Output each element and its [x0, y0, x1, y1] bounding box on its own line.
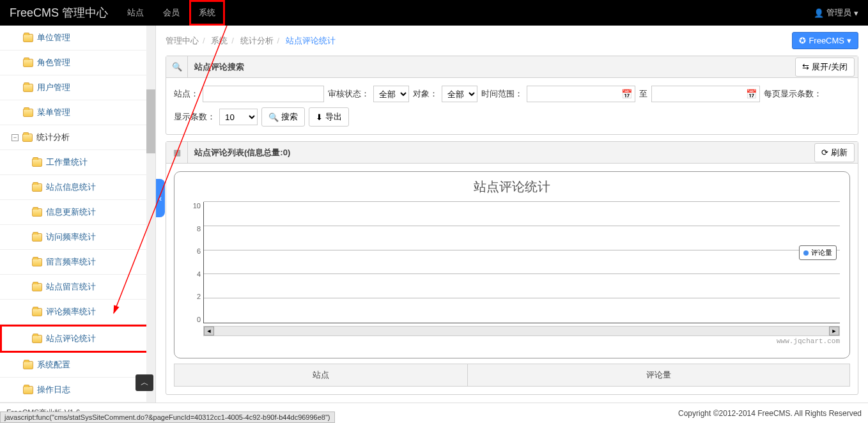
user-label: 管理员 [826, 7, 851, 19]
folder-icon [32, 208, 42, 217]
label-perpage: 每页显示条数： [764, 88, 822, 100]
calendar-icon: 📅 [746, 89, 757, 99]
folder-icon [23, 59, 33, 67]
scrollbar-right[interactable]: ► [829, 327, 839, 335]
sidebar-item-10[interactable]: 站点留言统计 [0, 275, 155, 300]
folder-icon [23, 361, 33, 369]
crumb-3: 站点评论统计 [286, 36, 336, 45]
th-count: 评论量 [468, 364, 850, 387]
caret-down-icon: ▾ [854, 8, 858, 18]
sidebar-item-5[interactable]: 工作量统计 [0, 150, 155, 175]
chart-scrollbar[interactable]: ◄ ► [203, 326, 840, 336]
download-icon: ⬇ [316, 112, 323, 122]
sidebar-item-0[interactable]: 单位管理 [0, 26, 155, 50]
sidebar-item-14[interactable]: 操作日志 [0, 378, 155, 403]
sidebar-item-label: 角色管理 [37, 57, 70, 68]
user-icon: 👤 [814, 8, 824, 18]
folder-icon [23, 34, 33, 42]
label-time: 时间范围： [481, 88, 523, 100]
crumb-1[interactable]: 系统 [211, 36, 228, 45]
folder-icon [32, 283, 42, 291]
th-site: 站点 [174, 364, 468, 387]
nav-site[interactable]: 站点 [118, 0, 153, 26]
list-panel-title: 站点评论列表(信息总量:0) [188, 147, 814, 158]
chart-title: 站点评论统计 [184, 178, 840, 196]
scrollbar-left[interactable]: ◄ [204, 327, 214, 335]
caret-down-icon: ▾ [847, 36, 851, 45]
site-input[interactable] [203, 86, 324, 102]
sidebar-item-label: 菜单管理 [37, 107, 70, 118]
legend-marker [803, 250, 809, 256]
folder-icon [32, 158, 42, 167]
search-icon: 🔍 [166, 56, 188, 77]
sidebar-item-label: 工作量统计 [46, 157, 88, 168]
sidebar-item-label: 单位管理 [37, 32, 70, 43]
calendar-icon: 📅 [621, 89, 632, 99]
folder-icon [22, 134, 33, 142]
sidebar-item-6[interactable]: 站点信息统计 [0, 175, 155, 200]
sidebar-item-label: 访问频率统计 [46, 231, 96, 243]
toggle-panel-button[interactable]: ⇆ 展开/关闭 [795, 58, 855, 77]
list-panel: ▦ 站点评论列表(信息总量:0) ⟳ 刷新 站点评论统计 1086420 评 [166, 141, 858, 395]
legend: 评论量 [799, 245, 837, 260]
legend-label: 评论量 [811, 248, 832, 258]
sidebar-item-label: 系统配置 [37, 359, 70, 371]
toggle-icon: ⇆ [802, 62, 809, 72]
nav-member[interactable]: 会员 [153, 0, 189, 26]
freecms-button[interactable]: ✪ FreeCMS ▾ [792, 32, 858, 49]
date-from-input[interactable]: 📅 [527, 86, 635, 102]
sidebar-item-8[interactable]: 访问频率统计 [0, 225, 155, 250]
tree-toggle-icon[interactable]: − [12, 134, 19, 141]
search-panel: 🔍 站点评论搜索 ⇆ 展开/关闭 站点： 审核状态： 全部 对象： 全部 时间范… [166, 56, 858, 135]
crumb-0[interactable]: 管理中心 [166, 36, 199, 45]
sidebar-item-2[interactable]: 用户管理 [0, 75, 155, 100]
folder-icon [23, 84, 33, 92]
status-bar: javascript:func("cms/statSysSiteComment.… [0, 411, 335, 423]
footer-right: Copyright ©2012-2014 FreeCMS. All Rights… [678, 409, 862, 418]
scroll-top-button[interactable]: ︿ [136, 374, 153, 391]
sidebar-scrollbar[interactable] [146, 26, 155, 403]
sidebar-item-11[interactable]: 评论频率统计 [0, 300, 155, 325]
sidebar-item-label: 统计分析 [36, 132, 70, 143]
plot-area [203, 202, 840, 323]
content-area: 管理中心/ 系统/ 统计分析/ 站点评论统计 ✪ FreeCMS ▾ 🔍 站点评… [156, 26, 868, 403]
top-navbar: FreeCMS 管理中心 站点 会员 系统 👤 管理员 ▾ [0, 0, 868, 26]
folder-icon [32, 183, 42, 192]
sidebar-item-label: 信息更新统计 [46, 206, 96, 218]
sidebar-item-label: 评论频率统计 [46, 306, 96, 318]
label-to: 至 [639, 88, 647, 100]
sidebar-item-label: 留言频率统计 [46, 256, 96, 268]
target-select[interactable]: 全部 [442, 86, 477, 102]
label-perpage2: 显示条数： [174, 111, 215, 123]
brand: FreeCMS 管理中心 [10, 5, 108, 20]
chart: 站点评论统计 1086420 评论量 ◄ ► www.jqchart.com [174, 171, 850, 358]
globe-icon: ✪ [799, 36, 806, 45]
sidebar-item-1[interactable]: 角色管理 [0, 50, 155, 75]
label-audit: 审核状态： [328, 88, 369, 100]
search-button[interactable]: 🔍搜索 [261, 107, 305, 127]
refresh-button[interactable]: ⟳ 刷新 [814, 143, 855, 162]
sidebar-item-7[interactable]: 信息更新统计 [0, 200, 155, 225]
sidebar-item-4[interactable]: −统计分析 [0, 125, 155, 150]
nav-system[interactable]: 系统 [189, 0, 225, 26]
sidebar-item-9[interactable]: 留言频率统计 [0, 250, 155, 275]
sidebar-item-13[interactable]: 系统配置 [0, 353, 155, 378]
sidebar-item-3[interactable]: 菜单管理 [0, 100, 155, 125]
data-table: 站点 评论量 [174, 364, 850, 387]
label-site: 站点： [174, 88, 199, 100]
user-menu[interactable]: 👤 管理员 ▾ [814, 7, 858, 19]
date-to-input[interactable]: 📅 [651, 86, 760, 102]
folder-icon [23, 386, 33, 394]
chevron-up-icon: ︿ [141, 377, 149, 388]
sidebar-item-label: 站点信息统计 [46, 181, 96, 193]
audit-select[interactable]: 全部 [373, 86, 409, 102]
sidebar-item-12[interactable]: 站点评论统计 [0, 325, 155, 353]
refresh-icon: ⟳ [821, 148, 828, 157]
export-button[interactable]: ⬇导出 [309, 107, 349, 127]
crumb-2[interactable]: 统计分析 [240, 36, 274, 45]
search-panel-title: 站点评论搜索 [188, 61, 795, 73]
grid-icon: ▦ [166, 142, 188, 163]
sidebar-collapse-handle[interactable]: ‹ [156, 179, 165, 217]
perpage-select[interactable]: 10 [219, 109, 258, 125]
folder-icon [32, 335, 42, 343]
